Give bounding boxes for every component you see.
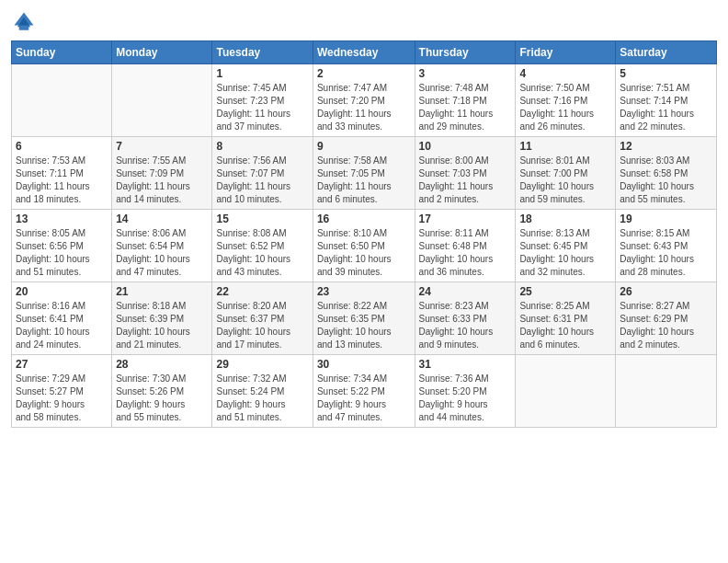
day-number: 23: [317, 285, 411, 298]
day-info: Sunrise: 8:15 AM Sunset: 6:43 PM Dayligh…: [620, 227, 712, 279]
day-cell: 3Sunrise: 7:48 AM Sunset: 7:18 PM Daylig…: [415, 64, 516, 137]
day-cell: 30Sunrise: 7:34 AM Sunset: 5:22 PM Dayli…: [313, 355, 415, 428]
day-number: 7: [116, 140, 208, 153]
week-row-3: 13Sunrise: 8:05 AM Sunset: 6:56 PM Dayli…: [12, 210, 717, 282]
day-info: Sunrise: 7:51 AM Sunset: 7:14 PM Dayligh…: [620, 82, 712, 133]
day-info: Sunrise: 8:18 AM Sunset: 6:39 PM Dayligh…: [116, 300, 208, 351]
weekday-header-thursday: Thursday: [415, 41, 516, 64]
day-number: 2: [317, 67, 411, 80]
day-info: Sunrise: 7:29 AM Sunset: 5:27 PM Dayligh…: [16, 373, 108, 424]
day-number: 11: [519, 140, 611, 153]
weekday-header-saturday: Saturday: [616, 41, 717, 64]
day-number: 26: [620, 285, 712, 298]
day-number: 3: [419, 67, 512, 80]
day-info: Sunrise: 7:47 AM Sunset: 7:20 PM Dayligh…: [317, 82, 411, 133]
weekday-header-sunday: Sunday: [12, 41, 112, 64]
day-number: 1: [216, 67, 308, 80]
day-number: 29: [216, 358, 308, 371]
logo: [11, 9, 39, 35]
day-cell: 12Sunrise: 8:03 AM Sunset: 6:58 PM Dayli…: [616, 137, 717, 210]
day-number: 8: [216, 140, 308, 153]
day-cell: 26Sunrise: 8:27 AM Sunset: 6:29 PM Dayli…: [616, 282, 717, 355]
day-info: Sunrise: 8:03 AM Sunset: 6:58 PM Dayligh…: [620, 155, 712, 206]
day-cell: 21Sunrise: 8:18 AM Sunset: 6:39 PM Dayli…: [112, 282, 212, 355]
day-info: Sunrise: 7:48 AM Sunset: 7:18 PM Dayligh…: [419, 82, 512, 133]
calendar-table: SundayMondayTuesdayWednesdayThursdayFrid…: [11, 40, 717, 428]
day-cell: 31Sunrise: 7:36 AM Sunset: 5:20 PM Dayli…: [415, 355, 516, 428]
day-cell: 15Sunrise: 8:08 AM Sunset: 6:52 PM Dayli…: [212, 210, 313, 282]
day-number: 16: [317, 213, 411, 225]
day-info: Sunrise: 8:20 AM Sunset: 6:37 PM Dayligh…: [216, 300, 308, 351]
day-info: Sunrise: 8:00 AM Sunset: 7:03 PM Dayligh…: [419, 155, 512, 206]
week-row-4: 20Sunrise: 8:16 AM Sunset: 6:41 PM Dayli…: [12, 282, 717, 355]
day-info: Sunrise: 8:25 AM Sunset: 6:31 PM Dayligh…: [519, 300, 611, 351]
day-number: 28: [116, 358, 208, 371]
day-info: Sunrise: 8:23 AM Sunset: 6:33 PM Dayligh…: [419, 300, 512, 351]
day-info: Sunrise: 7:56 AM Sunset: 7:07 PM Dayligh…: [216, 155, 308, 206]
day-number: 13: [16, 213, 108, 225]
day-number: 14: [116, 213, 208, 225]
day-cell: 2Sunrise: 7:47 AM Sunset: 7:20 PM Daylig…: [313, 64, 415, 137]
day-number: 20: [16, 285, 108, 298]
day-number: 18: [519, 213, 611, 225]
day-cell: [516, 355, 616, 428]
day-number: 22: [216, 285, 308, 298]
day-cell: 9Sunrise: 7:58 AM Sunset: 7:05 PM Daylig…: [313, 137, 415, 210]
day-cell: 5Sunrise: 7:51 AM Sunset: 7:14 PM Daylig…: [616, 64, 717, 137]
weekday-header-monday: Monday: [112, 41, 212, 64]
svg-rect-2: [19, 26, 29, 30]
day-info: Sunrise: 8:10 AM Sunset: 6:50 PM Dayligh…: [317, 227, 411, 279]
day-number: 15: [216, 213, 308, 225]
day-number: 27: [16, 358, 108, 371]
day-cell: 10Sunrise: 8:00 AM Sunset: 7:03 PM Dayli…: [415, 137, 516, 210]
week-row-5: 27Sunrise: 7:29 AM Sunset: 5:27 PM Dayli…: [12, 355, 717, 428]
day-info: Sunrise: 8:13 AM Sunset: 6:45 PM Dayligh…: [519, 227, 611, 279]
day-cell: 4Sunrise: 7:50 AM Sunset: 7:16 PM Daylig…: [516, 64, 616, 137]
day-info: Sunrise: 7:53 AM Sunset: 7:11 PM Dayligh…: [16, 155, 108, 206]
day-cell: 19Sunrise: 8:15 AM Sunset: 6:43 PM Dayli…: [616, 210, 717, 282]
day-number: 5: [620, 67, 712, 80]
day-cell: 11Sunrise: 8:01 AM Sunset: 7:00 PM Dayli…: [516, 137, 616, 210]
day-info: Sunrise: 8:06 AM Sunset: 6:54 PM Dayligh…: [116, 227, 208, 279]
day-cell: 6Sunrise: 7:53 AM Sunset: 7:11 PM Daylig…: [12, 137, 112, 210]
day-cell: 18Sunrise: 8:13 AM Sunset: 6:45 PM Dayli…: [516, 210, 616, 282]
day-info: Sunrise: 7:34 AM Sunset: 5:22 PM Dayligh…: [317, 373, 411, 424]
day-info: Sunrise: 8:08 AM Sunset: 6:52 PM Dayligh…: [216, 227, 308, 279]
day-info: Sunrise: 8:11 AM Sunset: 6:48 PM Dayligh…: [419, 227, 512, 279]
day-cell: 20Sunrise: 8:16 AM Sunset: 6:41 PM Dayli…: [12, 282, 112, 355]
day-info: Sunrise: 8:22 AM Sunset: 6:35 PM Dayligh…: [317, 300, 411, 351]
header: [11, 9, 717, 35]
day-info: Sunrise: 8:05 AM Sunset: 6:56 PM Dayligh…: [16, 227, 108, 279]
day-number: 9: [317, 140, 411, 153]
day-info: Sunrise: 7:50 AM Sunset: 7:16 PM Dayligh…: [519, 82, 611, 133]
day-number: 19: [620, 213, 712, 225]
weekday-header-wednesday: Wednesday: [313, 41, 415, 64]
day-cell: 8Sunrise: 7:56 AM Sunset: 7:07 PM Daylig…: [212, 137, 313, 210]
day-cell: 1Sunrise: 7:45 AM Sunset: 7:23 PM Daylig…: [212, 64, 313, 137]
day-number: 6: [16, 140, 108, 153]
day-cell: 17Sunrise: 8:11 AM Sunset: 6:48 PM Dayli…: [415, 210, 516, 282]
day-cell: 16Sunrise: 8:10 AM Sunset: 6:50 PM Dayli…: [313, 210, 415, 282]
logo-icon: [11, 9, 37, 35]
day-cell: 22Sunrise: 8:20 AM Sunset: 6:37 PM Dayli…: [212, 282, 313, 355]
day-number: 10: [419, 140, 512, 153]
day-cell: 24Sunrise: 8:23 AM Sunset: 6:33 PM Dayli…: [415, 282, 516, 355]
day-cell: 28Sunrise: 7:30 AM Sunset: 5:26 PM Dayli…: [112, 355, 212, 428]
day-cell: 29Sunrise: 7:32 AM Sunset: 5:24 PM Dayli…: [212, 355, 313, 428]
day-info: Sunrise: 8:01 AM Sunset: 7:00 PM Dayligh…: [519, 155, 611, 206]
day-number: 21: [116, 285, 208, 298]
day-info: Sunrise: 7:45 AM Sunset: 7:23 PM Dayligh…: [216, 82, 308, 133]
day-number: 4: [519, 67, 611, 80]
day-cell: 14Sunrise: 8:06 AM Sunset: 6:54 PM Dayli…: [112, 210, 212, 282]
day-cell: [112, 64, 212, 137]
day-info: Sunrise: 7:30 AM Sunset: 5:26 PM Dayligh…: [116, 373, 208, 424]
day-info: Sunrise: 8:27 AM Sunset: 6:29 PM Dayligh…: [620, 300, 712, 351]
day-number: 30: [317, 358, 411, 371]
day-info: Sunrise: 7:55 AM Sunset: 7:09 PM Dayligh…: [116, 155, 208, 206]
weekday-header-row: SundayMondayTuesdayWednesdayThursdayFrid…: [12, 41, 717, 64]
day-info: Sunrise: 7:36 AM Sunset: 5:20 PM Dayligh…: [419, 373, 512, 424]
day-cell: 7Sunrise: 7:55 AM Sunset: 7:09 PM Daylig…: [112, 137, 212, 210]
day-number: 17: [419, 213, 512, 225]
weekday-header-tuesday: Tuesday: [212, 41, 313, 64]
day-cell: [12, 64, 112, 137]
